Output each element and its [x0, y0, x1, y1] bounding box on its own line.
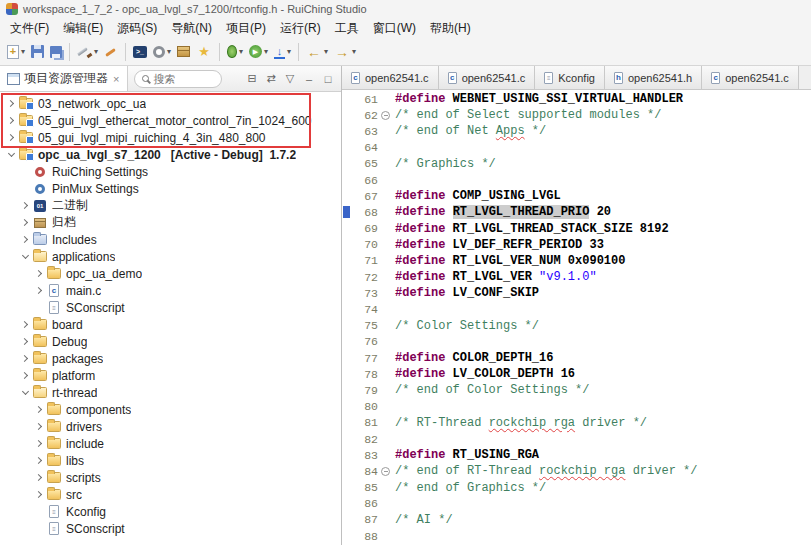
terminal-button[interactable]: >_	[130, 41, 150, 63]
code-text[interactable]: /* AI */	[393, 513, 453, 527]
run-button[interactable]: ▶▾	[246, 41, 271, 63]
chevron-right-icon[interactable]	[18, 199, 32, 213]
menu-item-8[interactable]: 帮助(H)	[423, 18, 478, 39]
tree-item[interactable]: ≡Kconfig	[0, 503, 341, 520]
code-text[interactable]: #define LV_CONF_SKIP	[393, 286, 539, 300]
tree-item[interactable]: PinMux Settings	[0, 180, 341, 197]
tree-item[interactable]: scripts	[0, 469, 341, 486]
code-text[interactable]: #define RT_LVGL_VER "v9.1.0"	[393, 270, 597, 284]
line-number[interactable]: 67	[352, 190, 378, 203]
line-number[interactable]: 88	[352, 530, 378, 543]
forward-button[interactable]: →▾	[331, 41, 359, 63]
editor-tab-3[interactable]: hopen62541.h	[605, 66, 702, 89]
line-number[interactable]: 85	[352, 481, 378, 494]
tree-item[interactable]: include	[0, 435, 341, 452]
code-text[interactable]: /* Graphics */	[393, 157, 496, 171]
code-text[interactable]: /* Color Settings */	[393, 319, 539, 333]
tab-project-explorer[interactable]: 项目资源管理器 ×	[0, 66, 128, 91]
chevron-right-icon[interactable]	[32, 471, 46, 485]
code-text[interactable]: /* RT-Thread rockchip rga driver */	[393, 416, 647, 430]
view-menu-icon[interactable]: ▽	[281, 70, 299, 88]
link-with-editor-icon[interactable]: ⇄	[262, 70, 280, 88]
line-number[interactable]: 70	[352, 238, 378, 251]
tree-item[interactable]: libs	[0, 452, 341, 469]
line-number[interactable]: 80	[352, 400, 378, 413]
tree-item[interactable]: rt-thread	[0, 384, 341, 401]
tree-item[interactable]: 05_gui_lvgl_ethercat_motor_control_7in_1…	[0, 112, 341, 129]
editor-tab-0[interactable]: copen62541.c	[342, 66, 439, 89]
tree-item[interactable]: src	[0, 486, 341, 503]
chevron-right-icon[interactable]	[32, 267, 46, 281]
chevron-right-icon[interactable]	[32, 488, 46, 502]
menu-item-4[interactable]: 项目(P)	[219, 18, 273, 39]
chevron-right-icon[interactable]	[18, 216, 32, 230]
line-number[interactable]: 66	[352, 174, 378, 187]
tree-item[interactable]: 03_network_opc_ua	[0, 95, 341, 112]
tree-item[interactable]: opc_ua_lvgl_s7_1200 [Active - Debug] 1.7…	[0, 146, 341, 163]
tree-item[interactable]: cmain.c	[0, 282, 341, 299]
menu-item-3[interactable]: 导航(N)	[164, 18, 219, 39]
tree-item[interactable]: drivers	[0, 418, 341, 435]
chevron-right-icon[interactable]	[18, 233, 32, 247]
line-number[interactable]: 82	[352, 433, 378, 446]
flash-download-button[interactable]: ↓▾	[271, 41, 294, 63]
tree-item[interactable]: packages	[0, 350, 341, 367]
line-number[interactable]: 75	[352, 319, 378, 332]
code-text[interactable]: /* end of Graphics */	[393, 481, 546, 495]
tree-item[interactable]: board	[0, 316, 341, 333]
line-number[interactable]: 79	[352, 384, 378, 397]
line-number[interactable]: 68	[352, 206, 378, 219]
editor-tab-1[interactable]: copen62541.c	[439, 66, 536, 89]
line-number[interactable]: 72	[352, 271, 378, 284]
code-text[interactable]: #define RT_LVGL_THREAD_STACK_SIZE 8192	[393, 222, 669, 236]
dropdown-arrow-icon[interactable]: ▾	[264, 47, 268, 56]
line-number[interactable]: 71	[352, 254, 378, 267]
line-number[interactable]: 87	[352, 513, 378, 526]
maximize-icon[interactable]: □	[319, 70, 337, 88]
line-number[interactable]: 63	[352, 125, 378, 138]
line-number[interactable]: 65	[352, 157, 378, 170]
line-number[interactable]: 62	[352, 109, 378, 122]
tree-item[interactable]: components	[0, 401, 341, 418]
tree-item[interactable]: ≡SConscript	[0, 299, 341, 316]
menu-item-5[interactable]: 运行(R)	[273, 18, 328, 39]
search-input[interactable]	[153, 73, 211, 85]
menu-item-6[interactable]: 工具	[328, 18, 366, 39]
tree-item[interactable]: opc_ua_demo	[0, 265, 341, 282]
favorites-button[interactable]: ★	[193, 41, 215, 63]
close-icon[interactable]: ×	[112, 73, 120, 85]
line-number[interactable]: 81	[352, 416, 378, 429]
code-text[interactable]: #define RT_USING_RGA	[393, 448, 539, 462]
chevron-right-icon[interactable]	[32, 454, 46, 468]
code-text[interactable]: #define LV_DEF_REFR_PERIOD 33	[393, 238, 604, 252]
chevron-right-icon[interactable]	[32, 420, 46, 434]
tree-item[interactable]: applications	[0, 248, 341, 265]
chevron-right-icon[interactable]	[4, 131, 18, 145]
line-number[interactable]: 78	[352, 368, 378, 381]
line-number[interactable]: 84	[352, 465, 378, 478]
line-number[interactable]: 76	[352, 335, 378, 348]
chevron-right-icon[interactable]	[18, 318, 32, 332]
chevron-right-icon[interactable]	[32, 437, 46, 451]
chevron-down-icon[interactable]	[18, 250, 32, 264]
line-number[interactable]: 74	[352, 303, 378, 316]
menu-item-1[interactable]: 编辑(E)	[56, 18, 110, 39]
title-bar[interactable]: workspace_1_7_2 - opc_ua_lvgl_s7_1200/rt…	[0, 0, 811, 18]
explorer-search-box[interactable]	[134, 70, 222, 88]
minimize-icon[interactable]: –	[300, 70, 318, 88]
line-number[interactable]: 86	[352, 497, 378, 510]
tree-item[interactable]: RuiChing Settings	[0, 163, 341, 180]
new-button[interactable]: +▾	[4, 41, 28, 63]
tree-item[interactable]: Includes	[0, 231, 341, 248]
chevron-right-icon[interactable]	[32, 403, 46, 417]
build-tools-button[interactable]: ▾	[74, 41, 101, 63]
packages-button[interactable]	[174, 41, 193, 63]
settings-button[interactable]: ▾	[150, 41, 174, 63]
dropdown-arrow-icon[interactable]: ▾	[324, 47, 328, 56]
code-text[interactable]: #define WEBNET_USING_SSI_VIRTUAL_HANDLER	[393, 92, 683, 106]
code-text[interactable]: #define LV_COLOR_DEPTH 16	[393, 367, 575, 381]
fold-collapse-icon[interactable]	[381, 467, 390, 476]
chevron-right-icon[interactable]	[32, 284, 46, 298]
tree-item[interactable]: Debug	[0, 333, 341, 350]
chevron-right-icon[interactable]	[18, 352, 32, 366]
